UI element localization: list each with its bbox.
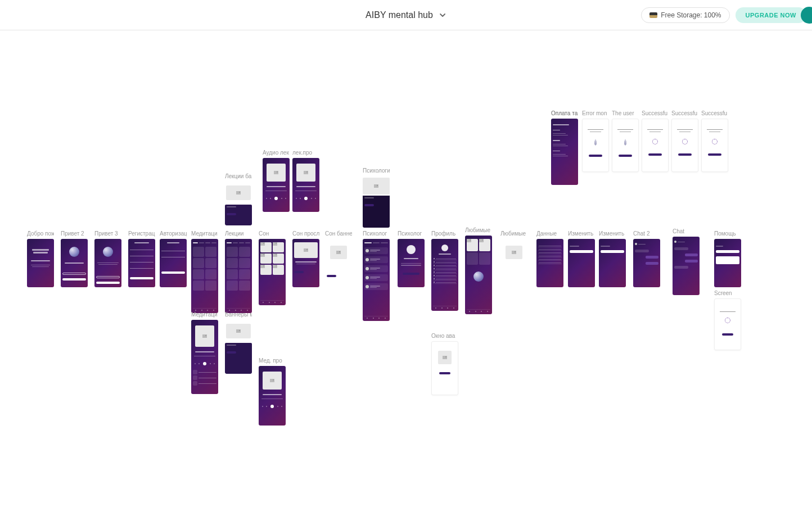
artboard-audio-lec[interactable]: Аудио лек (263, 150, 290, 212)
artboard-sleep-listen[interactable]: Сон просл (292, 230, 319, 287)
artboard-label[interactable]: Сон банне (325, 230, 352, 237)
artboard-label[interactable]: Chat 2 (633, 230, 660, 237)
design-canvas[interactable]: Добро пожПривет 2Привет 3РегистрацАвтори… (0, 30, 812, 525)
artboard-label[interactable]: Successfu (642, 110, 669, 116)
artboard-label[interactable]: Помощь (714, 230, 741, 237)
artboard-frame[interactable] (259, 366, 286, 426)
storage-indicator[interactable]: Free Storage: 100% (641, 7, 729, 23)
artboard-frame[interactable] (612, 119, 639, 172)
artboard-sleep-banner[interactable]: Сон банне (325, 230, 352, 287)
artboard-label[interactable]: Медитаци (191, 311, 218, 318)
artboard-help[interactable]: Помощь (714, 230, 741, 287)
artboard-frame[interactable] (500, 239, 527, 284)
artboard-psycholog2[interactable]: Психолог (398, 230, 425, 287)
artboard-label[interactable]: Successfu (671, 110, 698, 116)
artboard-frame[interactable] (225, 182, 252, 225)
artboard-label[interactable]: Баннеры м (225, 311, 252, 318)
artboard-success1[interactable]: Successfu (642, 110, 669, 172)
artboard-frame[interactable] (714, 298, 741, 350)
artboard-label[interactable]: Лекции ба (225, 173, 252, 179)
artboard-meditation2[interactable]: Медитаци (191, 311, 218, 394)
artboard-frame[interactable] (536, 239, 563, 287)
artboard-frame[interactable] (363, 176, 390, 228)
artboard-frame[interactable] (61, 239, 88, 287)
artboard-welcome[interactable]: Добро пож (27, 230, 54, 287)
artboard-profile[interactable]: Профиль (431, 230, 458, 311)
artboard-label[interactable]: Медитаци (191, 230, 218, 237)
artboard-frame[interactable] (292, 239, 319, 287)
artboard-label[interactable]: Любимые (465, 227, 492, 233)
artboard-frame[interactable] (27, 239, 54, 287)
artboard-label[interactable]: Лекции (225, 230, 252, 237)
artboard-label[interactable]: Изменить (568, 230, 595, 237)
artboard-frame[interactable] (701, 119, 728, 172)
artboard-label[interactable]: Профиль (431, 230, 458, 237)
artboard-lectures-ban[interactable]: Лекции ба (225, 173, 252, 225)
artboard-frame[interactable] (325, 239, 352, 287)
artboard-frame[interactable] (225, 320, 252, 374)
artboard-frame[interactable] (225, 239, 252, 313)
artboard-label[interactable]: Chat (673, 228, 700, 234)
artboard-label[interactable]: Регистрац (128, 230, 155, 237)
artboard-frame[interactable] (465, 236, 492, 314)
artboard-meditation[interactable]: Медитаци (191, 230, 218, 313)
artboard-label[interactable]: Привет 2 (61, 230, 88, 237)
artboard-label[interactable]: Error mon (582, 110, 609, 116)
artboard-frame[interactable] (714, 239, 741, 287)
artboard-frame[interactable] (363, 239, 390, 321)
artboard-label[interactable]: Любимые (500, 230, 527, 237)
artboard-label[interactable]: Добро пож (27, 230, 54, 237)
upgrade-button[interactable]: UPGRADE NOW (736, 7, 806, 23)
artboard-frame[interactable] (292, 158, 319, 212)
artboard-psycholog[interactable]: Психолог (363, 230, 390, 321)
artboard-the-user[interactable]: The user (612, 110, 639, 172)
artboard-error-mon[interactable]: Error mon (582, 110, 609, 172)
artboard-data[interactable]: Данные (536, 230, 563, 287)
artboard-avatar-window[interactable]: Окно ава (431, 333, 458, 395)
artboard-frame[interactable] (431, 239, 458, 311)
artboard-screen[interactable]: Screen (714, 290, 741, 350)
artboard-success3[interactable]: Successfu (701, 110, 728, 172)
artboard-chat[interactable]: Chat (673, 228, 700, 295)
artboard-auth[interactable]: Авторизац (160, 230, 187, 287)
artboard-label[interactable]: Сон (259, 230, 286, 237)
artboard-label[interactable]: Изменить (599, 230, 626, 237)
artboard-chat2[interactable]: Chat 2 (633, 230, 660, 287)
artboard-frame[interactable] (599, 239, 626, 287)
artboard-edit2[interactable]: Изменить (599, 230, 626, 287)
project-dropdown[interactable]: AIBY mental hub (366, 10, 446, 20)
artboard-label[interactable]: Психологи (363, 168, 390, 174)
artboard-hello2[interactable]: Привет 2 (61, 230, 88, 287)
artboard-frame[interactable] (160, 239, 187, 287)
artboard-register[interactable]: Регистрац (128, 230, 155, 287)
artboard-label[interactable]: лек.про (292, 150, 319, 156)
artboard-frame[interactable] (128, 239, 155, 287)
artboard-favorites[interactable]: Любимые (465, 227, 492, 314)
artboard-frame[interactable] (191, 239, 218, 313)
artboard-label[interactable]: Screen (714, 290, 741, 296)
artboard-label[interactable]: Оплата та (551, 110, 578, 116)
artboard-frame[interactable] (642, 119, 669, 172)
artboard-success2[interactable]: Successfu (671, 110, 698, 172)
artboard-frame[interactable] (191, 320, 218, 394)
artboard-edit[interactable]: Изменить (568, 230, 595, 287)
artboard-frame[interactable] (431, 341, 458, 395)
artboard-label[interactable]: Авторизац (160, 230, 187, 237)
artboard-payment[interactable]: Оплата та (551, 110, 578, 185)
artboard-med-listen[interactable]: Мед. про (259, 357, 286, 426)
artboard-frame[interactable] (568, 239, 595, 287)
artboard-frame[interactable] (398, 239, 425, 287)
artboard-frame[interactable] (673, 237, 700, 295)
artboard-frame[interactable] (263, 158, 290, 212)
artboard-label[interactable]: Данные (536, 230, 563, 237)
artboard-frame[interactable] (94, 239, 121, 287)
artboard-lectures[interactable]: Лекции (225, 230, 252, 313)
artboard-favorites2[interactable]: Любимые (500, 230, 527, 284)
artboard-label[interactable]: Successfu (701, 110, 728, 116)
artboard-sleep[interactable]: Сон (259, 230, 286, 305)
artboard-label[interactable]: Аудио лек (263, 150, 290, 156)
artboard-banners-m[interactable]: Баннеры м (225, 311, 252, 374)
artboard-frame[interactable] (633, 239, 660, 287)
artboard-label[interactable]: Психолог (398, 230, 425, 237)
artboard-frame[interactable] (259, 239, 286, 305)
